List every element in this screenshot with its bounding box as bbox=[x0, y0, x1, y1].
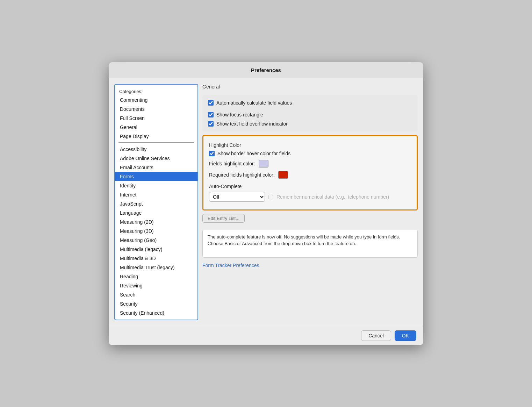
dialog-body: Categories: Commenting Documents Full Sc… bbox=[109, 78, 423, 326]
border-hover-row: Show border hover color for fields bbox=[209, 151, 411, 156]
remember-numerical-checkbox bbox=[268, 195, 273, 199]
sidebar-item-measuring-geo[interactable]: Measuring (Geo) bbox=[115, 236, 197, 245]
sidebar-item-multimedia-3d[interactable]: Multimedia & 3D bbox=[115, 254, 197, 263]
sidebar-item-full-screen[interactable]: Full Screen bbox=[115, 114, 197, 123]
edit-entry-button[interactable]: Edit Entry List... bbox=[202, 214, 245, 223]
sidebar-item-email-accounts[interactable]: Email Accounts bbox=[115, 163, 197, 172]
sidebar-item-security-enhanced[interactable]: Security (Enhanced) bbox=[115, 308, 197, 317]
auto-calc-checkbox[interactable] bbox=[208, 100, 214, 106]
sidebar-item-multimedia-trust[interactable]: Multimedia Trust (legacy) bbox=[115, 263, 197, 272]
sidebar-item-accessibility[interactable]: Accessibility bbox=[115, 145, 197, 154]
sidebar-item-page-display[interactable]: Page Display bbox=[115, 132, 197, 141]
border-hover-checkbox[interactable] bbox=[209, 151, 215, 156]
autocomplete-select[interactable]: Off Basic Advanced bbox=[209, 192, 265, 202]
sidebar-item-multimedia-legacy[interactable]: Multimedia (legacy) bbox=[115, 245, 197, 254]
cancel-button[interactable]: Cancel bbox=[361, 330, 391, 341]
sidebar-group2: Accessibility Adobe Online Services Emai… bbox=[115, 145, 197, 317]
form-tracker-link[interactable]: Form Tracker Preferences bbox=[202, 263, 418, 268]
show-focus-label: Show focus rectangle bbox=[216, 112, 263, 117]
sidebar-group1: Commenting Documents Full Screen General… bbox=[115, 95, 197, 141]
auto-calc-label: Automatically calculate field values bbox=[216, 100, 292, 106]
content-area: General Automatically calculate field va… bbox=[202, 84, 418, 320]
general-section-title: General bbox=[202, 84, 418, 90]
edit-entry-section: Edit Entry List... bbox=[202, 214, 418, 226]
description-box: The auto-complete feature is now off. No… bbox=[202, 230, 418, 258]
show-overflow-row: Show text field overflow indicator bbox=[208, 121, 412, 127]
auto-calc-row: Automatically calculate field values bbox=[208, 100, 412, 106]
sidebar-item-commenting[interactable]: Commenting bbox=[115, 95, 197, 105]
preferences-dialog: Preferences Categories: Commenting Docum… bbox=[109, 62, 423, 345]
remember-numerical-label: Remember numerical data (e.g., telephone… bbox=[268, 194, 389, 200]
sidebar-item-security[interactable]: Security bbox=[115, 299, 197, 308]
sidebar-item-reviewing[interactable]: Reviewing bbox=[115, 281, 197, 290]
sidebar-item-javascript[interactable]: JavaScript bbox=[115, 199, 197, 208]
dialog-title: Preferences bbox=[109, 62, 423, 78]
sidebar-item-documents[interactable]: Documents bbox=[115, 105, 197, 114]
sidebar-item-search[interactable]: Search bbox=[115, 290, 197, 299]
show-overflow-label: Show text field overflow indicator bbox=[216, 121, 288, 127]
sidebar-item-forms[interactable]: Forms bbox=[115, 172, 197, 181]
highlight-section-title: Highlight Color bbox=[209, 141, 411, 148]
sidebar-item-adobe-online-services[interactable]: Adobe Online Services bbox=[115, 154, 197, 163]
show-focus-checkbox[interactable] bbox=[208, 112, 214, 117]
show-focus-row: Show focus rectangle bbox=[208, 112, 412, 117]
highlighted-panel: Highlight Color Show border hover color … bbox=[202, 135, 418, 210]
sidebar-item-measuring-2d[interactable]: Measuring (2D) bbox=[115, 217, 197, 227]
fields-highlight-swatch[interactable] bbox=[259, 160, 268, 167]
autocomplete-row: Off Basic Advanced Remember numerical da… bbox=[209, 192, 411, 202]
categories-label: Categories: bbox=[115, 87, 197, 95]
sidebar-divider bbox=[118, 142, 194, 143]
sidebar-item-identity[interactable]: Identity bbox=[115, 181, 197, 190]
border-hover-label: Show border hover color for fields bbox=[217, 151, 290, 156]
required-highlight-label: Required fields highlight color: bbox=[209, 172, 275, 178]
sidebar-item-internet[interactable]: Internet bbox=[115, 190, 197, 199]
fields-highlight-row: Fields highlight color: bbox=[209, 160, 411, 167]
sidebar-item-language[interactable]: Language bbox=[115, 208, 197, 217]
show-overflow-checkbox[interactable] bbox=[208, 121, 214, 127]
ok-button[interactable]: OK bbox=[395, 330, 416, 341]
sidebar-item-reading[interactable]: Reading bbox=[115, 272, 197, 281]
categories-sidebar: Categories: Commenting Documents Full Sc… bbox=[114, 84, 198, 320]
general-panel: Automatically calculate field values Sho… bbox=[202, 95, 418, 131]
required-highlight-row: Required fields highlight color: bbox=[209, 171, 411, 179]
sidebar-item-general[interactable]: General bbox=[115, 123, 197, 132]
required-highlight-swatch[interactable] bbox=[278, 171, 288, 179]
fields-highlight-label: Fields highlight color: bbox=[209, 161, 255, 166]
sidebar-item-measuring-3d[interactable]: Measuring (3D) bbox=[115, 227, 197, 236]
autocomplete-section-title: Auto-Complete bbox=[209, 182, 411, 189]
dialog-footer: Cancel OK bbox=[109, 326, 423, 345]
